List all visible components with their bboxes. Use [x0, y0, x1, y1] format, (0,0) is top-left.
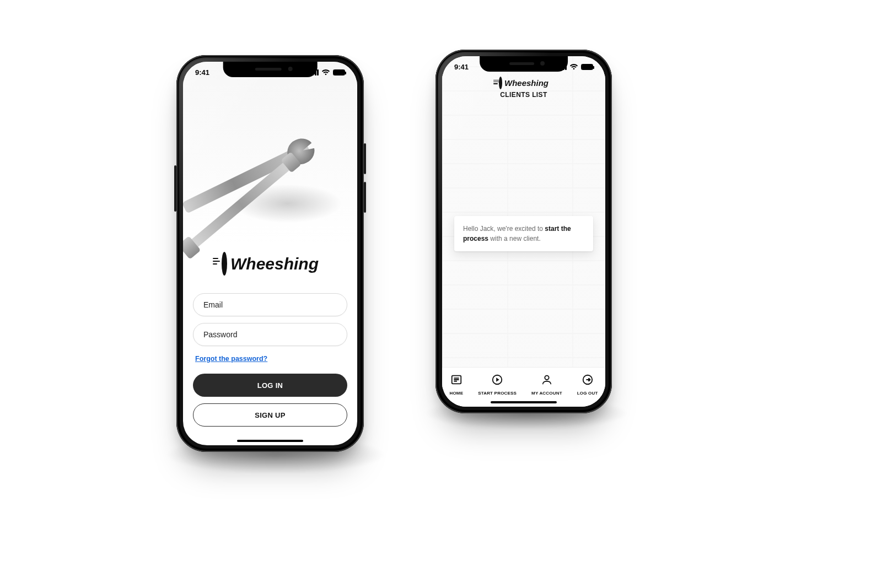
phone-frame-clients: 9:41 Wheeshing CLIENTS LIST Hello Jack, …: [435, 50, 612, 413]
wifi-icon: [569, 63, 578, 70]
battery-icon: [333, 69, 345, 75]
device-notch: [223, 62, 318, 77]
brand-logo: Wheeshing: [183, 255, 357, 273]
logout-icon: [582, 374, 594, 388]
page-header: Wheeshing CLIENTS LIST: [442, 78, 605, 99]
status-time: 9:41: [454, 63, 469, 71]
hero-image-wrenches: [183, 62, 357, 244]
svg-point-5: [545, 375, 548, 379]
tire-icon: [222, 252, 227, 276]
login-screen: 9:41 Wheeshing Forgot the password: [183, 62, 357, 445]
page-title: CLIENTS LIST: [442, 91, 605, 99]
tab-home[interactable]: HOME: [449, 374, 463, 396]
home-indicator[interactable]: [237, 440, 303, 442]
user-icon: [541, 374, 553, 388]
clients-screen: 9:41 Wheeshing CLIENTS LIST Hello Jack, …: [442, 56, 605, 407]
device-notch: [480, 56, 568, 72]
list-icon: [450, 374, 462, 388]
forgot-password-link[interactable]: Forgot the password?: [195, 355, 267, 363]
signup-button[interactable]: SIGN UP: [193, 403, 347, 427]
tab-label: LOG OUT: [577, 391, 598, 396]
tire-icon: [499, 77, 502, 89]
brand-name: Wheeshing: [504, 78, 548, 88]
battery-icon: [581, 64, 593, 70]
email-field[interactable]: [193, 293, 347, 316]
tab-start-process[interactable]: START PROCESS: [478, 374, 517, 396]
welcome-text-suffix: with a new client.: [488, 235, 541, 242]
tab-log-out[interactable]: LOG OUT: [577, 374, 598, 396]
login-form: Forgot the password? LOG IN SIGN UP: [193, 293, 347, 427]
wifi-icon: [321, 69, 330, 75]
home-indicator[interactable]: [491, 401, 557, 403]
welcome-card[interactable]: Hello Jack, we're excited to start the p…: [454, 216, 593, 251]
password-field[interactable]: [193, 323, 347, 346]
brand-name: Wheeshing: [230, 255, 319, 273]
tab-label: MY ACCOUNT: [531, 391, 562, 396]
play-circle-icon: [491, 374, 503, 388]
welcome-text-prefix: Hello Jack, we're excited to: [463, 225, 545, 233]
status-time: 9:41: [195, 68, 209, 77]
tab-my-account[interactable]: MY ACCOUNT: [531, 374, 562, 396]
tab-label: HOME: [449, 391, 463, 396]
login-button[interactable]: LOG IN: [193, 374, 347, 397]
phone-frame-login: 9:41 Wheeshing Forgot the password: [176, 55, 364, 452]
brand-logo: Wheeshing: [442, 78, 605, 88]
tab-label: START PROCESS: [478, 391, 517, 396]
